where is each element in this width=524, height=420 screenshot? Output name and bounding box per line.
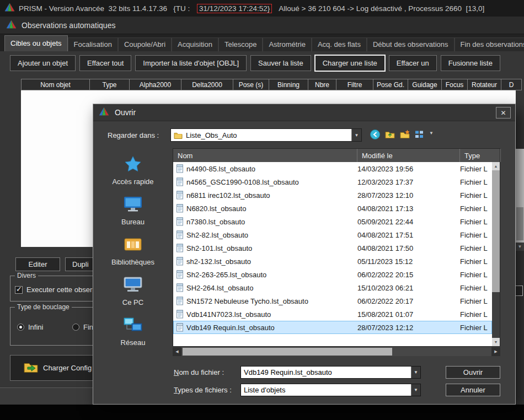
loop-infinite-radio[interactable]: [17, 324, 24, 331]
file-name: n7380.lst_obsauto: [186, 218, 357, 226]
file-icon: [176, 191, 184, 200]
scrollbar-thumb[interactable]: [492, 292, 500, 338]
column-header-rotateur[interactable]: Rotateur: [467, 79, 501, 90]
file-row[interactable]: Sh2-82.lst_obsauto04/08/2021 17:51Fichie…: [173, 228, 492, 241]
effacer-tout-button[interactable]: Effacer tout: [79, 55, 131, 71]
chevron-down-icon[interactable]: [411, 384, 420, 396]
view-menu-icon[interactable]: [414, 129, 425, 140]
column-header-pose-s[interactable]: Pose (s): [233, 79, 269, 90]
sidebar-item-bureau[interactable]: Bureau: [95, 191, 170, 231]
sidebar-item-acces-rapide[interactable]: Accès rapide: [95, 150, 170, 191]
column-header-guidage[interactable]: Guidage: [408, 79, 442, 90]
sidebar-item-reseau[interactable]: Réseau: [95, 311, 170, 352]
filetype-input[interactable]: [241, 384, 410, 396]
file-name: n6811 irec102.lst_obsauto: [186, 191, 357, 200]
file-list-horizontal-scrollbar[interactable]: ◀ ▶: [173, 347, 500, 356]
ajouter-un-objet-button[interactable]: Ajouter un objet: [10, 55, 76, 71]
column-header-filtre[interactable]: Filtre: [336, 79, 373, 90]
file-type: Fichier L: [460, 165, 492, 173]
column-header-pose-gd[interactable]: Pose Gd.: [373, 79, 408, 90]
importer-la-liste-d-objet-objl-button[interactable]: Importer la liste d'objet [OBJL]: [135, 55, 247, 71]
tab-acquisition[interactable]: Acquisition: [172, 37, 218, 51]
file-type: Fichier L: [460, 231, 492, 239]
cancel-button[interactable]: Annuler: [446, 384, 500, 396]
column-header-nom-objet[interactable]: Nom objet: [21, 79, 90, 90]
file-row[interactable]: n6811 irec102.lst_obsauto28/07/2023 12:1…: [173, 189, 492, 202]
libraries-icon: [124, 236, 142, 254]
column-header-focus[interactable]: Focus: [441, 79, 468, 90]
sidebar-item-ce-pc[interactable]: Ce PC: [95, 271, 170, 311]
open-dialog: Ouvrir ✕ Regarder dans : Liste_Obs_Auto …: [93, 104, 516, 405]
up-folder-icon[interactable]: [384, 129, 395, 140]
scrollbar-thumb[interactable]: [516, 207, 523, 240]
scroll-right-icon[interactable]: ▶: [491, 347, 500, 356]
scroll-down-icon[interactable]: ▼: [492, 338, 500, 346]
execute-observation-checkbox[interactable]: [15, 286, 23, 294]
column-header-alpha2000[interactable]: Alpha2000: [129, 79, 181, 90]
file-row[interactable]: SN1572 Nebuleuse Tycho.lst_obsauto06/02/…: [173, 294, 492, 308]
chevron-down-icon[interactable]: [411, 367, 420, 378]
file-name: sh2-132.lst_obsauto: [186, 257, 357, 266]
file-row[interactable]: Sh2-101.lst_obsauto04/08/2021 17:50Fichi…: [173, 241, 492, 255]
app-title-pre: PRISM - Version Avancée 32 bits 11.4.17.…: [19, 4, 192, 13]
file-type: Fichier L: [460, 218, 492, 226]
file-type: Fichier L: [460, 204, 492, 213]
scrollbar-thumb[interactable]: [183, 348, 392, 356]
file-row[interactable]: Sh2-263-265.lst_obsauto06/02/2022 20:15F…: [173, 268, 492, 281]
filetype-combobox[interactable]: [240, 384, 421, 396]
open-dialog-titlebar[interactable]: Ouvrir: [93, 104, 515, 121]
close-icon[interactable]: ✕: [496, 107, 511, 119]
file-column-header-nom[interactable]: Nom: [173, 149, 357, 162]
app-title-datetime: 31/12/2023 17:24:52}: [197, 4, 272, 13]
effacer-un-button[interactable]: Effacer un: [389, 55, 437, 71]
file-name: Sh2-82.lst_obsauto: [186, 231, 357, 239]
file-icon: [176, 297, 184, 305]
sauver-la-liste-button[interactable]: Sauver la liste: [250, 55, 311, 71]
file-row[interactable]: sh2-132.lst_obsauto05/11/2023 15:12Fichi…: [173, 255, 492, 268]
observations-title: Observations automatiques: [22, 21, 115, 30]
file-row[interactable]: SH2-264.lst_obsauto15/10/2023 06:21Fichi…: [173, 281, 492, 294]
sidebar-item-bibliotheques[interactable]: Bibliothèques: [95, 231, 170, 271]
tab-coupole-abri[interactable]: Coupole/Abri: [118, 37, 172, 51]
this-pc-icon: [123, 276, 143, 294]
chevron-down-icon[interactable]: [351, 129, 361, 141]
column-header-nbre[interactable]: Nbre: [308, 79, 336, 90]
back-icon[interactable]: [370, 129, 381, 140]
column-header-binning[interactable]: Binning: [269, 79, 308, 90]
open-button[interactable]: Ouvrir: [446, 366, 500, 379]
tab-cibles-ou-objets[interactable]: Cibles ou objets: [4, 35, 68, 51]
edit-button[interactable]: Editer: [15, 257, 60, 271]
tab-focalisation[interactable]: Focalisation: [68, 37, 118, 51]
file-row[interactable]: n7380.lst_obsauto05/09/2021 22:44Fichier…: [173, 215, 492, 228]
tab-astrometrie[interactable]: Astrométrie: [263, 37, 311, 51]
charger-une-liste-button[interactable]: Charger une liste: [315, 55, 385, 71]
file-name: Vdb149 Requin.lst_obsauto: [186, 324, 357, 332]
filename-input[interactable]: [241, 367, 410, 378]
tab-fin-des-observations[interactable]: Fin des observations: [455, 37, 524, 51]
file-row[interactable]: Vdb141N7023.lst_obsauto15/08/2021 01:07F…: [173, 308, 492, 321]
file-row[interactable]: N6820.lst_obsauto04/08/2021 17:13Fichier…: [173, 202, 492, 215]
loop-finite-radio[interactable]: [72, 324, 79, 331]
file-column-header-modifie-le[interactable]: Modifié le: [357, 149, 460, 162]
scroll-down-icon[interactable]: ▼: [516, 243, 524, 251]
new-folder-icon[interactable]: [399, 129, 410, 140]
scroll-left-icon[interactable]: ◀: [173, 347, 181, 356]
tab-debut-des-observations[interactable]: Début des observations: [367, 37, 455, 51]
main-table-scrollbar[interactable]: ▼: [516, 149, 524, 251]
tab-acq-des-flats[interactable]: Acq. des flats: [312, 37, 367, 51]
file-list-vertical-scrollbar[interactable]: ▲ ▼: [492, 162, 500, 346]
file-row[interactable]: n4565_GSC1990-0108.lst_obsauto12/03/2023…: [173, 175, 492, 189]
view-menu-caret-icon[interactable]: ▼: [429, 131, 434, 136]
file-row[interactable]: Vdb149 Requin.lst_obsauto28/07/2023 12:1…: [173, 321, 492, 334]
look-in-combobox[interactable]: Liste_Obs_Auto: [170, 128, 362, 142]
file-type: Fichier L: [460, 191, 492, 200]
file-icon: [176, 244, 184, 252]
column-header-d[interactable]: D: [501, 79, 522, 90]
fusionne-liste-button[interactable]: Fusionne liste: [441, 55, 500, 71]
file-column-header-type[interactable]: Type: [460, 149, 501, 162]
tab-telescope[interactable]: Telescope: [218, 37, 263, 51]
column-header-type[interactable]: Type: [89, 79, 130, 90]
file-row[interactable]: n4490-85.lst_obsauto14/03/2023 19:56Fich…: [173, 162, 492, 175]
scroll-up-icon[interactable]: ▲: [492, 162, 500, 170]
column-header-delta2000[interactable]: Delta2000: [181, 79, 233, 90]
